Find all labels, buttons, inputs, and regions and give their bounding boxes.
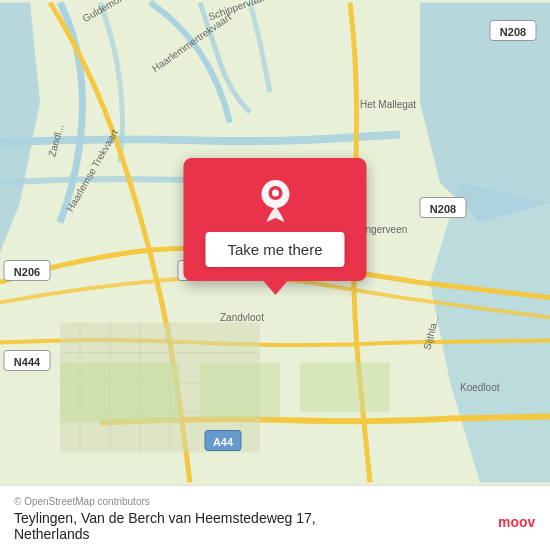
- svg-text:N208: N208: [430, 203, 456, 215]
- popup-card: Take me there: [183, 158, 366, 281]
- svg-text:Koedloot: Koedloot: [460, 382, 500, 393]
- svg-text:moovit: moovit: [498, 514, 536, 530]
- svg-text:N444: N444: [14, 356, 41, 368]
- address-line1: Teylingen, Van de Berch van Heemstedeweg…: [14, 510, 498, 526]
- map-view[interactable]: N208 N208 N206 N450 N444 A44 Guldemondsl…: [0, 0, 550, 485]
- svg-rect-10: [200, 363, 280, 418]
- map-popup: Take me there: [183, 158, 366, 295]
- svg-text:N208: N208: [500, 26, 526, 38]
- svg-text:Zandvloot: Zandvloot: [220, 312, 264, 323]
- take-me-there-button[interactable]: Take me there: [205, 232, 344, 267]
- svg-rect-9: [60, 363, 180, 423]
- svg-rect-11: [300, 363, 390, 413]
- svg-text:N206: N206: [14, 266, 40, 278]
- moovit-brand-icon: moovit: [498, 505, 536, 533]
- svg-point-36: [271, 189, 278, 196]
- bottom-bar: © OpenStreetMap contributors Teylingen, …: [0, 485, 550, 550]
- location-pin-icon: [252, 176, 298, 222]
- address-line2: Netherlands: [14, 526, 498, 542]
- address-section: © OpenStreetMap contributors Teylingen, …: [14, 496, 498, 542]
- svg-text:Het Mallegat: Het Mallegat: [360, 99, 416, 110]
- popup-tail: [263, 281, 287, 295]
- app-container: N208 N208 N206 N450 N444 A44 Guldemondsl…: [0, 0, 550, 550]
- svg-text:A44: A44: [213, 436, 234, 448]
- moovit-logo: moovit: [498, 505, 536, 533]
- map-attribution: © OpenStreetMap contributors: [14, 496, 498, 507]
